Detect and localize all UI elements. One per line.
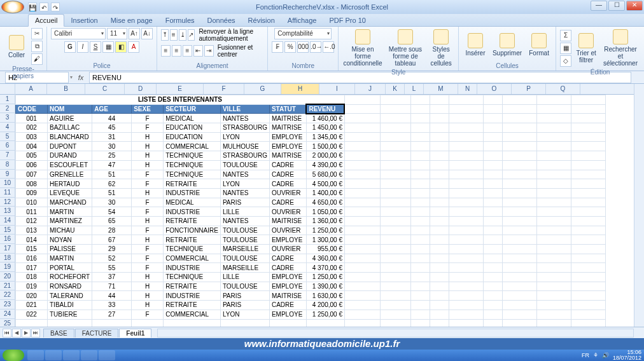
cell[interactable]: 37 — [92, 273, 132, 282]
row-header-8[interactable]: 8 — [0, 160, 15, 170]
cell[interactable] — [483, 179, 502, 189]
tray-date[interactable]: 18/07/2012 — [613, 355, 641, 361]
header-cell[interactable] — [410, 104, 430, 114]
cell[interactable] — [571, 207, 605, 217]
cell[interactable]: INDUSTRIE — [164, 207, 221, 217]
cell[interactable] — [571, 188, 605, 198]
cell[interactable]: 006 — [16, 160, 48, 170]
col-header-Q[interactable]: Q — [546, 84, 580, 94]
align-left-icon[interactable]: ≡ — [161, 45, 171, 57]
cell[interactable] — [483, 114, 502, 123]
row-header-9[interactable]: 9 — [0, 170, 15, 179]
cell[interactable] — [483, 151, 502, 161]
format-button[interactable]: Format — [526, 32, 552, 58]
cell[interactable]: TOULOUSE — [220, 226, 269, 235]
cell[interactable]: PORTAL — [48, 263, 92, 273]
tray-lang[interactable]: FR — [582, 352, 589, 358]
cell[interactable]: STRASBOURG — [220, 123, 269, 133]
cell[interactable]: INDUSTRIE — [164, 263, 221, 273]
cell[interactable]: COMMERCIAL — [164, 310, 221, 319]
cell[interactable]: 020 — [16, 291, 48, 301]
cell[interactable]: RETRAITE — [164, 235, 221, 245]
col-header-H[interactable]: H — [281, 84, 319, 94]
cell[interactable]: TECHNIQUE — [164, 160, 221, 170]
maximize-button[interactable]: ☐ — [608, 1, 625, 11]
select-all-corner[interactable] — [0, 84, 15, 95]
cell[interactable] — [344, 123, 380, 133]
cell[interactable] — [380, 179, 410, 189]
cell[interactable] — [449, 310, 483, 319]
cell[interactable] — [449, 226, 483, 235]
cell[interactable] — [571, 226, 605, 235]
cell[interactable] — [380, 282, 410, 291]
cell[interactable]: 29 — [92, 245, 132, 254]
col-header-B[interactable]: B — [47, 84, 85, 94]
cell[interactable]: TECHNIQUE — [164, 151, 221, 161]
row-headers[interactable]: 1234567891011121314151617181920212223242… — [0, 84, 15, 327]
cell[interactable] — [536, 142, 571, 151]
cell[interactable]: 014 — [16, 235, 48, 245]
row-header-13[interactable]: 13 — [0, 207, 15, 216]
cell[interactable] — [380, 95, 410, 105]
col-header-F[interactable]: F — [204, 84, 244, 94]
cell[interactable] — [536, 245, 571, 254]
cell[interactable]: 1 250,00 € — [306, 226, 344, 235]
cell[interactable] — [380, 226, 410, 235]
align-center-icon[interactable]: ≡ — [172, 45, 181, 57]
cell[interactable] — [344, 207, 380, 217]
sheet-nav-prev-icon[interactable]: ◀ — [12, 329, 21, 337]
row-header-7[interactable]: 7 — [0, 151, 15, 160]
cell[interactable] — [502, 132, 536, 142]
header-cell[interactable] — [430, 104, 449, 114]
align-right-icon[interactable]: ≡ — [183, 45, 192, 57]
cell[interactable] — [571, 132, 605, 142]
border-button[interactable]: ▦ — [102, 41, 114, 53]
cell[interactable]: CADRE — [269, 160, 306, 170]
cell[interactable] — [571, 179, 605, 189]
cell[interactable]: EMPLOYE — [269, 132, 306, 142]
cell[interactable]: EMPLOYE — [269, 142, 306, 151]
cell[interactable] — [483, 273, 502, 282]
cell[interactable]: COMMERCIAL — [164, 142, 221, 151]
taskbar-excel-icon[interactable] — [99, 350, 115, 360]
tab-révision[interactable]: Révision — [242, 15, 281, 26]
cell[interactable]: MARTIN — [48, 207, 92, 217]
cell[interactable] — [571, 301, 605, 310]
cell[interactable] — [571, 245, 605, 254]
cell[interactable] — [344, 95, 380, 105]
header-cell[interactable] — [571, 104, 605, 114]
cell[interactable]: 45 — [92, 123, 132, 133]
cell[interactable] — [536, 132, 571, 142]
cell[interactable] — [449, 170, 483, 179]
delete-button[interactable]: Supprimer — [490, 32, 524, 58]
cell[interactable]: GRENELLE — [48, 170, 92, 179]
header-cell[interactable] — [536, 104, 571, 114]
row-header-3[interactable]: 3 — [0, 113, 15, 123]
header-cell[interactable]: STATUT — [269, 104, 306, 114]
cell[interactable] — [536, 273, 571, 282]
cell[interactable] — [571, 170, 605, 179]
cell[interactable] — [430, 160, 449, 170]
cell[interactable] — [380, 198, 410, 207]
cell[interactable] — [410, 235, 430, 245]
cell[interactable] — [502, 151, 536, 161]
cell[interactable]: PARIS — [220, 291, 269, 301]
cell[interactable]: F — [132, 179, 164, 189]
cell[interactable] — [449, 254, 483, 263]
cell[interactable]: H — [132, 301, 164, 310]
align-middle-icon[interactable]: ≡ — [170, 29, 178, 41]
cell[interactable]: CADRE — [269, 263, 306, 273]
cell[interactable]: DUPONT — [48, 142, 92, 151]
cell[interactable]: 1 360,00 € — [306, 216, 344, 226]
cell[interactable] — [344, 114, 380, 123]
cell[interactable]: 30 — [92, 198, 132, 207]
cell[interactable] — [430, 254, 449, 263]
cell[interactable]: 004 — [16, 142, 48, 151]
cell[interactable]: CADRE — [269, 254, 306, 263]
sheet-tab-feuil1[interactable]: Feuil1 — [119, 329, 151, 337]
cell[interactable]: MARSEILLE — [220, 263, 269, 273]
cell[interactable]: LYON — [220, 310, 269, 319]
sheet-tab-facture[interactable]: FACTURE — [75, 329, 119, 337]
paste-button[interactable]: Coller — [4, 34, 29, 60]
cell[interactable] — [344, 179, 380, 189]
